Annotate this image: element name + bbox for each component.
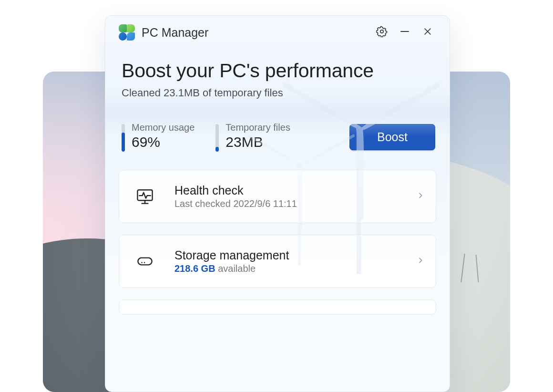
card-title: Health check [174,184,417,197]
stat-memory: Memory usage 69% [122,122,195,152]
temp-label: Temporary files [225,122,290,133]
gear-icon [376,26,388,39]
app-title: PC Manager [142,26,208,40]
card-storage-management[interactable]: Storage management 218.6 GB available [119,235,436,288]
close-button[interactable] [416,21,439,44]
hero-subtitle: Cleaned 23.1MB of temporary files [122,87,436,99]
chevron-right-icon [417,257,424,266]
app-logo-icon [119,24,135,41]
stat-temp: Temporary files 23MB [215,122,290,152]
svg-rect-7 [138,258,152,265]
svg-point-8 [141,262,143,263]
title-bar: PC Manager [105,16,450,49]
memory-label: Memory usage [132,122,195,133]
temp-value: 23MB [225,134,290,150]
memory-value: 69% [132,134,195,150]
hero-title: Boost your PC's performance [122,60,436,82]
chevron-right-icon [417,192,424,201]
svg-point-0 [380,30,383,33]
hero: Boost your PC's performance Cleaned 23.1… [105,49,450,113]
card-title: Storage management [174,248,417,262]
memory-meter-fill [122,133,125,152]
svg-point-9 [144,262,145,263]
settings-button[interactable] [370,21,393,44]
close-icon [423,27,432,38]
storage-available-value: 218.6 GB [174,263,215,274]
card-next-peek[interactable] [119,299,436,315]
temp-meter [215,124,219,152]
app-window: PC Manager Boos [105,15,450,392]
health-check-icon [133,186,157,207]
minimize-icon [399,26,410,39]
memory-meter [122,124,125,152]
storage-available-suffix: available [215,263,256,274]
card-health-check[interactable]: Health check Last checked 2022/9/6 11:11 [119,170,436,223]
stats-row: Memory usage 69% Temporary files 23MB Bo… [105,113,450,168]
temp-meter-fill [215,147,219,152]
minimize-button[interactable] [393,21,416,44]
storage-icon [133,251,157,272]
card-subtitle: 218.6 GB available [174,263,417,274]
boost-button[interactable]: Boost [349,124,435,150]
card-subtitle: Last checked 2022/9/6 11:11 [174,198,417,209]
